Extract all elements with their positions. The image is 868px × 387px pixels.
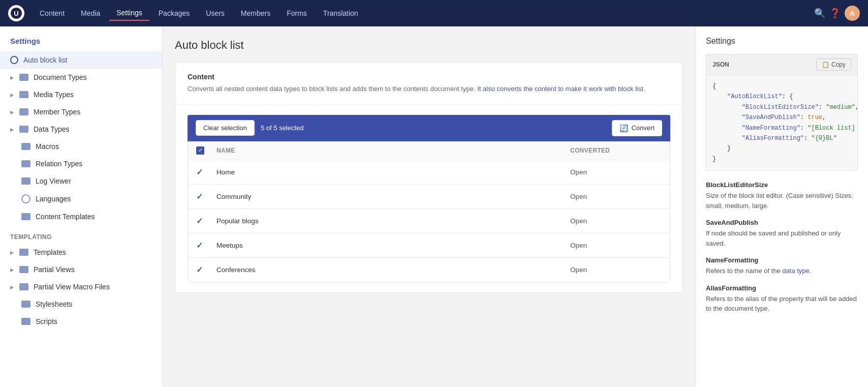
- copy-button[interactable]: 📋 Copy: [816, 58, 851, 71]
- row-checkbox[interactable]: ✓: [196, 241, 210, 250]
- folder-icon: [21, 301, 30, 308]
- sidebar-item-label: Auto block list: [23, 56, 67, 64]
- sidebar-item-member-types[interactable]: ▶ Member Types: [0, 103, 162, 121]
- row-checkbox[interactable]: ✓: [196, 265, 210, 275]
- row-checkbox[interactable]: ✓: [196, 192, 210, 201]
- json-label: JSON: [712, 61, 729, 68]
- json-box: JSON 📋 Copy { "AutoBlockList": { "BlockL…: [706, 54, 858, 171]
- chevron-right-icon: ▶: [10, 127, 14, 132]
- sidebar-item-templates[interactable]: ▶ Templates: [0, 244, 162, 261]
- nav-members[interactable]: Members: [234, 6, 277, 20]
- sidebar-item-label: Scripts: [36, 317, 57, 325]
- sidebar-item-content-templates[interactable]: Content Templates: [0, 208, 162, 225]
- folder-icon: [21, 318, 30, 325]
- user-avatar[interactable]: A: [845, 6, 860, 21]
- content-section-title: Content: [188, 73, 670, 81]
- sidebar-item-auto-block-list[interactable]: Auto block list: [0, 51, 162, 69]
- clear-selection-button[interactable]: Clear selection: [196, 120, 255, 136]
- sidebar-item-document-types[interactable]: ▶ Document Types: [0, 69, 162, 86]
- setting-block-2: SaveAndPublish If node should be saved a…: [706, 219, 858, 248]
- row-converted: Open: [570, 193, 662, 200]
- row-converted: Open: [570, 168, 662, 176]
- main-content: Auto block list Content Converts all nes…: [163, 26, 695, 387]
- setting-block-1: BlockListEditorSize Size of the block li…: [706, 181, 858, 211]
- folder-icon: [19, 283, 28, 290]
- table-row[interactable]: ✓ Conferences Open: [188, 258, 670, 282]
- sidebar-item-languages[interactable]: Languages: [0, 190, 162, 208]
- sidebar-item-scripts[interactable]: Scripts: [0, 313, 162, 330]
- section-desc-link[interactable]: It also converts the content to make it …: [477, 85, 645, 93]
- setting-name: AliasFormatting: [706, 284, 858, 292]
- sidebar-item-label: Log Viewer: [36, 177, 71, 185]
- chevron-right-icon: ▶: [10, 109, 14, 115]
- setting-block-4: AliasFormatting Refers to the alias of t…: [706, 284, 858, 314]
- topnav: U Content Media Settings Packages Users …: [0, 0, 868, 26]
- row-name: Home: [216, 168, 570, 176]
- convert-button[interactable]: 🔄 Convert: [612, 120, 662, 136]
- nav-media[interactable]: Media: [74, 6, 107, 20]
- copy-icon: 📋: [822, 61, 829, 68]
- setting-desc: Refers to the alias of the property that…: [706, 294, 858, 314]
- folder-icon: [19, 266, 28, 273]
- sidebar-item-label: Languages: [36, 195, 71, 203]
- chevron-right-icon: ▶: [10, 284, 14, 290]
- folder-icon: [19, 249, 28, 256]
- setting-desc: If node should be saved and published or…: [706, 228, 858, 248]
- folder-icon: [21, 160, 30, 167]
- sidebar-item-macros[interactable]: Macros: [0, 138, 162, 155]
- sidebar-item-partial-view-macro-files[interactable]: ▶ Partial View Macro Files: [0, 278, 162, 295]
- row-converted: Open: [570, 242, 662, 249]
- table-row[interactable]: ✓ Home Open: [188, 160, 670, 185]
- content-section-desc: Converts all nested content data types t…: [188, 84, 670, 94]
- table-row[interactable]: ✓ Community Open: [188, 185, 670, 209]
- row-checkbox[interactable]: ✓: [196, 216, 210, 226]
- nav-packages[interactable]: Packages: [151, 6, 197, 20]
- logo[interactable]: U: [8, 5, 24, 21]
- sidebar-item-label: Member Types: [34, 108, 80, 116]
- nav-content[interactable]: Content: [33, 6, 72, 20]
- circle-icon: [10, 56, 18, 64]
- folder-icon: [19, 108, 28, 115]
- nav-users[interactable]: Users: [199, 6, 232, 20]
- sidebar: Settings Auto block list ▶ Document Type…: [0, 26, 163, 387]
- templating-section-label: Templating: [0, 225, 162, 244]
- row-converted: Open: [570, 266, 662, 274]
- row-checkbox[interactable]: ✓: [196, 167, 210, 177]
- json-header: JSON 📋 Copy: [706, 54, 858, 75]
- sidebar-item-label: Content Templates: [36, 213, 95, 221]
- sidebar-item-label: Partial Views: [34, 265, 75, 274]
- setting-block-3: NameFormatting Refers to the name of the…: [706, 256, 858, 276]
- sidebar-item-stylesheets[interactable]: Stylesheets: [0, 295, 162, 313]
- chevron-right-icon: ▶: [10, 75, 14, 80]
- sidebar-item-label: Media Types: [34, 91, 74, 99]
- table-row[interactable]: ✓ Meetups Open: [188, 233, 670, 258]
- panel-title: Settings: [706, 37, 858, 46]
- sidebar-item-label: Partial View Macro Files: [34, 283, 110, 291]
- toolbar: Clear selection 5 of 5 selected 🔄 Conver…: [188, 115, 670, 141]
- data-type-link[interactable]: data type: [782, 267, 810, 275]
- sidebar-item-partial-views[interactable]: ▶ Partial Views: [0, 261, 162, 278]
- search-icon[interactable]: 🔍: [814, 8, 825, 19]
- row-name: Popular blogs: [216, 217, 570, 225]
- sidebar-item-log-viewer[interactable]: Log Viewer: [0, 172, 162, 190]
- folder-icon: [19, 91, 28, 98]
- setting-name: SaveAndPublish: [706, 219, 858, 226]
- json-body: { "AutoBlockList": { "BlockListEditorSiz…: [706, 75, 858, 171]
- sidebar-item-relation-types[interactable]: Relation Types: [0, 155, 162, 172]
- sidebar-item-data-types[interactable]: ▶ Data Types: [0, 121, 162, 138]
- sidebar-item-label: Macros: [36, 142, 59, 151]
- sidebar-item-media-types[interactable]: ▶ Media Types: [0, 86, 162, 103]
- header-checkbox[interactable]: ✓: [196, 146, 210, 155]
- help-icon[interactable]: ❓: [829, 8, 841, 19]
- setting-desc: Size of the block list editor. (Case sen…: [706, 191, 858, 211]
- page-title: Auto block list: [175, 39, 683, 52]
- table-row[interactable]: ✓ Popular blogs Open: [188, 209, 670, 233]
- globe-icon: [21, 194, 30, 203]
- nav-translation[interactable]: Translation: [316, 6, 365, 20]
- right-panel: Settings JSON 📋 Copy { "AutoBlockList": …: [695, 26, 868, 387]
- folder-icon: [21, 213, 30, 220]
- nav-settings[interactable]: Settings: [109, 6, 149, 21]
- nav-forms[interactable]: Forms: [280, 6, 314, 20]
- col-name-header: Name: [216, 147, 570, 154]
- setting-desc: Refers to the name of the data type.: [706, 266, 858, 276]
